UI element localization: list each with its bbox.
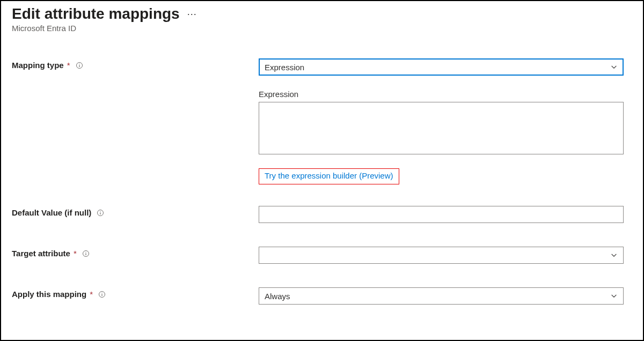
expression-textarea[interactable]	[259, 102, 624, 154]
default-value-row: Default Value (if null)	[12, 206, 632, 223]
mapping-type-select[interactable]: Expression	[259, 58, 624, 76]
target-attribute-row: Target attribute *	[12, 247, 632, 264]
svg-point-4	[100, 211, 101, 211]
apply-mapping-select[interactable]: Always	[259, 287, 624, 305]
svg-point-1	[79, 63, 79, 64]
page-title: Edit attribute mappings	[12, 5, 180, 23]
expression-label: Expression	[259, 90, 624, 99]
apply-mapping-value: Always	[265, 292, 290, 301]
required-asterisk: *	[74, 249, 77, 258]
chevron-down-icon	[610, 63, 618, 71]
required-asterisk: *	[90, 290, 93, 299]
expression-builder-highlight: Try the expression builder (Preview)	[259, 168, 399, 184]
mapping-type-label: Mapping type *	[12, 58, 259, 70]
apply-mapping-label: Apply this mapping *	[12, 287, 259, 299]
panel-header: Edit attribute mappings ···	[12, 5, 632, 23]
required-asterisk: *	[67, 61, 70, 70]
info-icon[interactable]	[76, 62, 83, 69]
target-attribute-select[interactable]	[259, 247, 624, 264]
try-expression-builder-link[interactable]: Try the expression builder (Preview)	[265, 171, 393, 180]
chevron-down-icon	[610, 292, 618, 300]
page-subtitle: Microsoft Entra ID	[12, 24, 632, 33]
apply-mapping-row: Apply this mapping * Always	[12, 287, 632, 305]
target-attribute-label: Target attribute *	[12, 247, 259, 258]
svg-point-10	[101, 292, 102, 293]
info-icon[interactable]	[82, 250, 90, 257]
svg-point-7	[85, 251, 86, 252]
mapping-type-value: Expression	[265, 63, 304, 72]
more-actions-button[interactable]: ···	[187, 9, 197, 20]
chevron-down-icon	[610, 251, 618, 259]
default-value-input[interactable]	[259, 206, 624, 223]
edit-attribute-mappings-panel: Edit attribute mappings ··· Microsoft En…	[0, 0, 644, 341]
info-icon[interactable]	[98, 291, 106, 298]
mapping-type-row: Mapping type * Expression Expression	[12, 58, 632, 206]
default-value-label: Default Value (if null)	[12, 206, 259, 217]
info-icon[interactable]	[97, 209, 104, 217]
